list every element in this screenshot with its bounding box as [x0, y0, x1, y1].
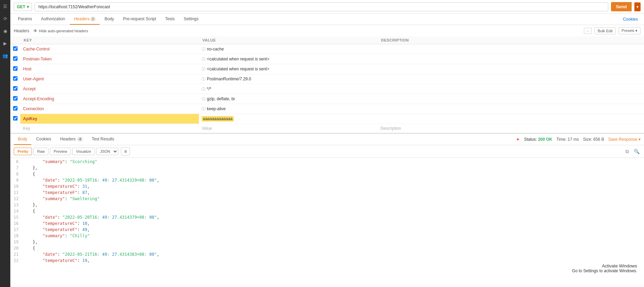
header-desc-cell [378, 94, 644, 104]
collection-icon[interactable]: ☰ [2, 3, 9, 10]
header-desc-cell [378, 84, 644, 94]
headers-section: Headers 👁 Hide auto-generated headers ··… [10, 25, 644, 133]
format-raw-button[interactable]: Raw [33, 148, 48, 155]
col-key: KEY [20, 36, 199, 44]
tab-settings[interactable]: Settings [179, 14, 202, 25]
header-value-cell: aaaaaaaaaaaaa [199, 114, 378, 124]
header-key-cell: User-Agent [20, 74, 199, 84]
col-check [10, 36, 20, 44]
table-row: Accept-Encodingⓘgzip, deflate, br [10, 94, 644, 104]
auto-headers-label: Hide auto-generated headers [39, 29, 88, 33]
header-row-checkbox[interactable] [13, 76, 18, 81]
header-row-checkbox[interactable] [13, 106, 18, 111]
col-value: VALUE [199, 36, 378, 44]
json-line: 14 { [10, 209, 644, 215]
request-tabs: Params Authorization Headers8 Body Pre-r… [10, 14, 644, 25]
json-type-select[interactable]: JSON Text HTML XML [96, 148, 118, 155]
table-row: Postman-Tokenⓘ<calculated when request i… [10, 54, 644, 64]
header-row-checkbox[interactable] [13, 56, 18, 61]
cookies-link[interactable]: Cookies [620, 14, 641, 24]
json-line: 8 { [10, 172, 644, 178]
json-line: 16 "temperatureC": 10, [10, 221, 644, 227]
header-key-cell: Connection [20, 104, 199, 114]
headers-table: KEY VALUE DESCRIPTION Cache-Controlⓘno-c… [10, 36, 644, 133]
eye-icon: 👁 [33, 28, 37, 33]
info-icon: ⓘ [202, 77, 206, 81]
info-icon: ⓘ [202, 87, 206, 91]
table-row: Key Value Description [10, 124, 644, 133]
format-visualize-button[interactable]: Visualize [72, 148, 95, 155]
response-tab-body[interactable]: Body [14, 134, 31, 145]
format-pretty-button[interactable]: Pretty [14, 148, 32, 155]
header-value-cell: ⓘno-cache [199, 44, 378, 54]
team-icon[interactable]: 👥 [2, 52, 9, 59]
bulk-edit-button[interactable]: Bulk Edit [595, 27, 615, 34]
header-desc-cell [378, 54, 644, 64]
environment-icon[interactable]: ◉ [2, 27, 9, 34]
info-icon: ⓘ [202, 107, 206, 111]
header-row-checkbox[interactable] [13, 116, 18, 120]
json-line: 7 }, [10, 165, 644, 172]
json-line: 6 "summary": "Scorching" [10, 159, 644, 165]
history-icon[interactable]: ⟳ [2, 15, 9, 22]
response-tab-test-results[interactable]: Test Results [88, 134, 118, 145]
header-value-cell: ⓘ<calculated when request is sent> [199, 54, 378, 64]
header-row-checkbox[interactable] [13, 66, 18, 71]
save-response-button[interactable]: Save Response ▾ [608, 137, 641, 142]
header-row-checkbox[interactable] [13, 86, 18, 91]
headers-actions: ··· Bulk Edit Presets ▾ [584, 27, 641, 34]
json-line: 13 }, [10, 203, 644, 209]
value-placeholder-cell: Value [199, 124, 378, 133]
copy-button[interactable]: ⧉ [624, 148, 630, 156]
table-row: Connectionⓘkeep-alive [10, 104, 644, 114]
header-value-cell: ⓘkeep-alive [199, 104, 378, 114]
method-label: GET [17, 4, 25, 9]
header-row-checkbox[interactable] [13, 46, 18, 51]
main-area: GET ▾ Send ▾ Params Authorization Header… [10, 0, 644, 287]
response-tab-headers[interactable]: Headers 4 [56, 134, 87, 145]
sidebar: ☰ ⟳ ◉ ▶ 👥 [0, 0, 10, 287]
json-line: 15 "date": "2022-05-20T16: 49: 27.431437… [10, 215, 644, 221]
info-icon: ⓘ [202, 97, 206, 101]
presets-button[interactable]: Presets ▾ [619, 27, 641, 34]
send-dropdown-button[interactable]: ▾ [634, 2, 641, 11]
wrap-button[interactable]: ≡ [121, 147, 130, 156]
status-label: Status: 200 OK [524, 137, 552, 142]
response-tab-cookies[interactable]: Cookies [32, 134, 55, 145]
auto-headers-toggle[interactable]: 👁 Hide auto-generated headers [33, 28, 88, 33]
runner-icon[interactable]: ▶ [2, 40, 9, 47]
status-code: 200 OK [538, 137, 552, 142]
header-key-cell: ApiKey [20, 114, 199, 124]
tab-tests[interactable]: Tests [161, 14, 179, 25]
header-value-cell: ⓘPostmanRuntime/7.29.0 [199, 74, 378, 84]
tab-authorization[interactable]: Authorization [37, 14, 69, 25]
tab-body[interactable]: Body [100, 14, 118, 25]
tab-headers[interactable]: Headers8 [70, 14, 100, 25]
json-line: 11 "temperatureF": 87, [10, 190, 644, 196]
json-line: 10 "temperatureC": 31, [10, 184, 644, 190]
header-row-checkbox[interactable] [13, 96, 18, 101]
header-desc-cell [378, 74, 644, 84]
tab-pre-request-script[interactable]: Pre-request Script [119, 14, 160, 25]
json-viewer[interactable]: 6 "summary": "Scorching"7 },8 {9 "date":… [10, 158, 644, 287]
json-line: 21 "date": "2022-05-21T16: 49: 27.431438… [10, 252, 644, 258]
header-value-cell: ⓘgzip, deflate, br [199, 94, 378, 104]
headers-section-label: Headers [14, 28, 29, 33]
send-button[interactable]: Send [611, 2, 632, 11]
header-value-cell: ⓘ*/* [199, 84, 378, 94]
url-input[interactable] [35, 2, 609, 11]
table-row: ApiKeyaaaaaaaaaaaaa [10, 114, 644, 124]
desc-placeholder-cell: Description [378, 124, 644, 133]
table-row: Acceptⓘ*/* [10, 84, 644, 94]
headers-toolbar: Headers 👁 Hide auto-generated headers ··… [10, 25, 644, 36]
response-size: Size: 656 B [583, 137, 604, 142]
method-select[interactable]: GET ▾ [14, 3, 32, 11]
search-button[interactable]: 🔍 [633, 148, 641, 156]
tab-params[interactable]: Params [14, 14, 36, 25]
header-key-cell: Postman-Token [20, 54, 199, 64]
overflow-button[interactable]: ··· [584, 28, 592, 34]
request-url-bar: GET ▾ Send ▾ [10, 0, 644, 14]
json-line: 22 "temperatureC": 19, [10, 258, 644, 264]
json-line: 12 "summary": "Sweltering" [10, 196, 644, 203]
format-preview-button[interactable]: Preview [50, 148, 71, 155]
